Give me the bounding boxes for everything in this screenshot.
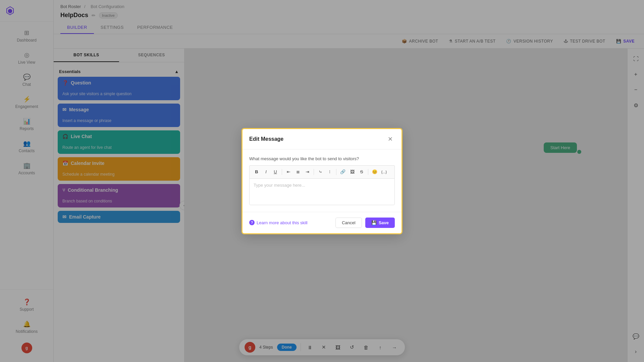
footer-buttons: Cancel 💾 Save — [335, 218, 395, 228]
toolbar-divider-1 — [282, 169, 282, 175]
modal-close-button[interactable]: ✕ — [385, 134, 395, 144]
help-icon: ? — [249, 220, 255, 225]
italic-button[interactable]: I — [262, 168, 270, 176]
message-editor[interactable]: Type your message here... — [249, 178, 395, 205]
align-right-button[interactable]: ⇥ — [303, 168, 312, 176]
learn-more-link[interactable]: ? Learn more about this skill — [249, 220, 308, 225]
toolbar-divider-3 — [336, 169, 336, 175]
toolbar-divider-4 — [368, 169, 368, 175]
unordered-list-button[interactable]: ⁝ — [325, 168, 334, 176]
ordered-list-button[interactable]: ⤷ — [316, 168, 325, 176]
editor-placeholder: Type your message here... — [254, 183, 305, 188]
save-icon: 💾 — [371, 220, 377, 225]
cancel-button[interactable]: Cancel — [335, 218, 362, 228]
align-left-button[interactable]: ⇤ — [284, 168, 293, 176]
bold-button[interactable]: B — [252, 168, 261, 176]
emoji-button[interactable]: 😊 — [370, 168, 379, 176]
underline-button[interactable]: U — [271, 168, 280, 176]
modal-body: What message would you like the bot to s… — [243, 149, 401, 212]
toolbar-divider-2 — [314, 169, 314, 175]
modal-question-label: What message would you like the bot to s… — [249, 156, 395, 161]
edit-message-modal: Edit Message ✕ What message would you li… — [241, 128, 402, 234]
link-button[interactable]: 🔗 — [338, 168, 347, 176]
modal-footer: ? Learn more about this skill Cancel 💾 S… — [243, 212, 401, 233]
variable-button[interactable]: {...} — [380, 168, 388, 176]
editor-toolbar: B I U ⇤ ≣ ⇥ ⤷ ⁝ 🔗 🖼 S 😊 {...} — [249, 165, 395, 178]
modal-header: Edit Message ✕ — [243, 129, 401, 149]
strikethrough-button[interactable]: S — [357, 168, 366, 176]
modal-overlay: Edit Message ✕ What message would you li… — [0, 0, 644, 362]
save-label: Save — [379, 220, 389, 225]
align-center-button[interactable]: ≣ — [293, 168, 302, 176]
learn-more-text: Learn more about this skill — [257, 220, 308, 225]
save-modal-button[interactable]: 💾 Save — [365, 218, 395, 228]
modal-title: Edit Message — [249, 136, 283, 142]
image-button[interactable]: 🖼 — [348, 168, 357, 176]
